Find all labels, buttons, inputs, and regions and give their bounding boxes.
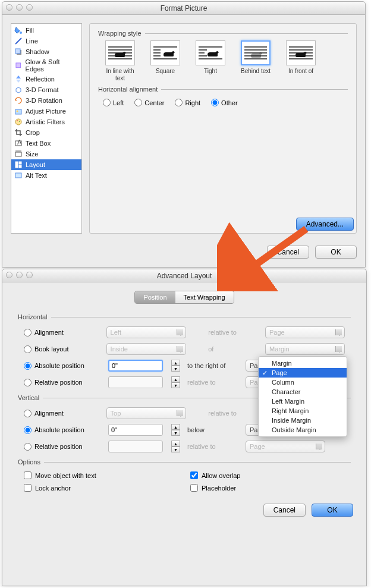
- radio-h-alignment[interactable]: [24, 329, 32, 337]
- step-up-icon[interactable]: ▲: [171, 360, 180, 366]
- horizontal-alignment-options: Left Center Right Other: [98, 96, 348, 108]
- h-alignment-rel-select[interactable]: Page▴▾: [265, 326, 345, 338]
- checkbox-lock-anchor[interactable]: Lock anchor: [18, 482, 184, 494]
- checkbox-label: Allow overlap: [202, 472, 240, 479]
- zoom-icon[interactable]: [26, 4, 33, 11]
- sidebar-item-alttext[interactable]: Alt Text: [11, 170, 81, 181]
- h-book-select[interactable]: Inside▴▾: [106, 343, 186, 355]
- step-up-icon[interactable]: ▲: [171, 424, 180, 430]
- zoom-icon[interactable]: [26, 272, 33, 278]
- step-down-icon[interactable]: ▼: [171, 366, 180, 372]
- step-down-icon[interactable]: ▼: [171, 430, 180, 436]
- h-absolute-input[interactable]: [108, 360, 163, 372]
- sidebar-item-3drotation[interactable]: 3-D Rotation: [11, 95, 81, 106]
- advanced-button[interactable]: Advanced...: [296, 218, 354, 231]
- sidebar-item-reflection[interactable]: Reflection: [11, 74, 81, 84]
- h-relative-input: [108, 376, 163, 388]
- h-book-rel-select[interactable]: Margin▴▾: [265, 343, 345, 355]
- minimize-icon[interactable]: [16, 272, 23, 278]
- menu-item-inside-margin[interactable]: Inside Margin: [259, 416, 347, 425]
- radio-v-alignment[interactable]: [24, 410, 32, 417]
- menu-item-right-margin[interactable]: Right Margin: [259, 406, 347, 416]
- shadow-icon: [14, 48, 23, 56]
- menu-item-margin[interactable]: Margin: [259, 359, 347, 368]
- wrap-opt-label: In line with text: [102, 68, 139, 82]
- sidebar-item-layout[interactable]: Layout: [11, 159, 81, 170]
- cancel-button[interactable]: Cancel: [267, 246, 309, 259]
- h-alignment-select[interactable]: Left▴▾: [106, 326, 186, 338]
- stepper[interactable]: ▲▼: [171, 424, 180, 436]
- step-up-icon[interactable]: ▲: [171, 376, 180, 382]
- ok-button[interactable]: OK: [315, 246, 357, 259]
- step-up-icon[interactable]: ▲: [171, 441, 180, 446]
- menu-item-left-margin[interactable]: Left Margin: [259, 397, 347, 406]
- row-label: Alignment: [34, 329, 64, 336]
- cancel-button[interactable]: Cancel: [263, 504, 306, 517]
- line-icon: [14, 37, 23, 45]
- svg-point-0: [20, 32, 22, 34]
- sidebar-item-size[interactable]: Size: [11, 149, 81, 159]
- row-label: Absolute position: [34, 362, 84, 369]
- minimize-icon[interactable]: [16, 4, 23, 11]
- sidebar-item-textbox[interactable]: AText Box: [11, 138, 81, 149]
- v-absolute-input[interactable]: [108, 424, 163, 436]
- wrap-tight[interactable]: Tight: [192, 40, 229, 82]
- sidebar-item-3dformat[interactable]: 3-D Format: [11, 84, 81, 95]
- ok-button[interactable]: OK: [312, 504, 353, 517]
- sidebar-item-line[interactable]: Line: [11, 36, 81, 46]
- v-alignment-select[interactable]: Top▴▾: [106, 407, 186, 419]
- sidebar-item-crop[interactable]: Crop: [11, 127, 81, 138]
- menu-item-character[interactable]: Character: [259, 387, 347, 397]
- radio-right[interactable]: Right: [175, 99, 200, 106]
- sidebar-item-artistic[interactable]: Artistic Filters: [11, 117, 81, 127]
- radio-label: Right: [185, 99, 200, 106]
- wrap-behind[interactable]: Behind text: [237, 40, 274, 82]
- step-down-icon[interactable]: ▼: [171, 446, 180, 452]
- menu-item-page[interactable]: ✓Page: [259, 368, 347, 378]
- radio-other[interactable]: Other: [211, 99, 238, 106]
- close-icon[interactable]: [6, 4, 12, 11]
- chevron-icon: ▴▾: [180, 330, 182, 336]
- checkbox-placeholder[interactable]: Placeholder: [184, 482, 351, 494]
- svg-point-8: [17, 120, 18, 121]
- sidebar-item-glow[interactable]: Glow & Soft Edges: [11, 57, 81, 74]
- menu-item-outside-margin[interactable]: Outside Margin: [259, 425, 347, 435]
- relative-to-label: relative to: [208, 329, 258, 336]
- to-right-of-label: to the right of: [187, 362, 238, 369]
- wrap-inline[interactable]: In line with text: [102, 40, 139, 82]
- radio-h-absolute[interactable]: [24, 362, 32, 370]
- radio-left[interactable]: Left: [103, 99, 124, 106]
- wrap-infront[interactable]: In front of: [282, 40, 319, 82]
- tab-position[interactable]: Position: [135, 291, 175, 303]
- sidebar-item-fill[interactable]: Fill: [11, 25, 81, 36]
- stepper[interactable]: ▲▼: [171, 441, 180, 452]
- radio-v-relative[interactable]: [24, 443, 32, 451]
- radio-h-booklayout[interactable]: [24, 345, 32, 353]
- wrapping-style-title: Wrapping style: [98, 30, 348, 37]
- below-label: below: [187, 426, 238, 433]
- sidebar-item-shadow[interactable]: Shadow: [11, 46, 81, 57]
- stepper[interactable]: ▲▼: [171, 360, 180, 372]
- row-label: Alignment: [34, 410, 64, 417]
- sidebar-item-label: Size: [26, 150, 38, 158]
- radio-center[interactable]: Center: [134, 99, 164, 106]
- tab-text-wrapping[interactable]: Text Wrapping: [175, 291, 234, 303]
- stepper[interactable]: ▲▼: [171, 376, 180, 388]
- layout-panel: Wrapping style In line with text Square …: [89, 23, 357, 234]
- checkbox-move-object[interactable]: Move object with text: [18, 469, 184, 482]
- v-relative-rel-select[interactable]: Page▴▾: [246, 441, 325, 452]
- close-icon[interactable]: [6, 272, 12, 278]
- sidebar-item-adjust[interactable]: Adjust Picture: [11, 106, 81, 117]
- menu-item-column[interactable]: Column: [259, 378, 347, 387]
- format-picture-window: Format Picture Fill Line Shadow Glow & S…: [2, 1, 366, 268]
- svg-rect-17: [15, 173, 21, 178]
- category-sidebar: Fill Line Shadow Glow & Soft Edges Refle…: [11, 23, 82, 234]
- checkbox-label: Lock anchor: [35, 485, 71, 492]
- wrap-square[interactable]: Square: [147, 40, 184, 82]
- sidebar-item-label: Crop: [26, 129, 40, 136]
- checkbox-allow-overlap[interactable]: Allow overlap: [184, 469, 351, 482]
- svg-point-7: [15, 119, 21, 125]
- radio-h-relative[interactable]: [24, 379, 32, 386]
- radio-v-absolute[interactable]: [24, 426, 32, 434]
- step-down-icon[interactable]: ▼: [171, 382, 180, 388]
